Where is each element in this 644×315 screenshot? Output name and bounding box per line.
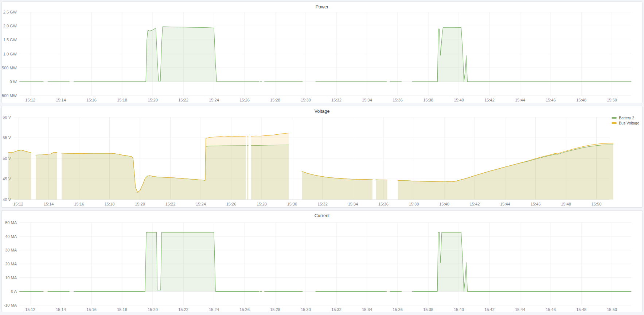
series-area-bus-voltage [398, 143, 613, 199]
y-tick-label: 2.0 GW [3, 24, 17, 28]
x-tick-label: 15:30 [301, 98, 311, 102]
power-chart-svg: 15:1215:1415:1615:1815:2015:2215:2415:26… [2, 2, 642, 103]
x-tick-label: 15:42 [470, 202, 480, 206]
x-tick-label: 15:14 [44, 202, 54, 206]
x-tick-label: 15:22 [178, 307, 188, 312]
x-tick-label: 15:46 [546, 98, 556, 102]
voltage-chart-svg: 15:1215:1415:1615:1815:2015:2215:2415:26… [2, 106, 642, 207]
x-tick-label: 15:50 [607, 307, 617, 312]
x-tick-label: 15:24 [209, 98, 219, 102]
series-area-power [74, 27, 259, 82]
current-plot-area[interactable]: 15:1215:1415:1615:1815:2015:2215:2415:26… [2, 211, 642, 312]
x-tick-label: 15:20 [135, 202, 145, 206]
panel-current: Current 15:1215:1415:1615:1815:2015:2215… [1, 210, 643, 312]
panel-power-header: Power [2, 3, 642, 10]
x-tick-label: 15:30 [301, 307, 311, 312]
x-tick-label: 15:48 [576, 307, 586, 312]
y-tick-label: 1.5 GW [3, 38, 17, 42]
x-tick-label: 15:12 [25, 98, 35, 102]
panel-current-header: Current [2, 212, 642, 219]
x-tick-label: 15:44 [515, 307, 525, 312]
series-area-bus-voltage [36, 152, 57, 199]
x-tick-label: 15:14 [56, 98, 66, 102]
legend-swatch [612, 117, 617, 119]
x-tick-label: 15:40 [454, 98, 464, 102]
voltage-legend: Battery 2Bus Voltage [612, 115, 639, 126]
x-tick-label: 15:32 [317, 202, 328, 206]
series-area-bus-voltage [8, 150, 31, 199]
x-tick-label: 15:48 [561, 202, 571, 206]
x-tick-label: 15:40 [439, 202, 449, 206]
x-tick-label: 15:36 [393, 307, 403, 312]
series-area-current [412, 232, 631, 291]
series-area-bus-voltage [247, 136, 249, 200]
series-area-bus-voltage [376, 180, 387, 199]
x-tick-label: 15:26 [239, 98, 250, 102]
panel-voltage-header: Voltage [2, 108, 642, 115]
current-chart-svg: 15:1215:1415:1615:1815:2015:2215:2415:26… [2, 211, 642, 312]
y-tick-label: -500 MW [2, 93, 17, 98]
series-area-bus-voltage [251, 133, 289, 199]
series-area-bus-voltage [62, 136, 246, 200]
x-tick-label: 15:36 [378, 202, 389, 206]
y-tick-label: 2.5 GW [3, 10, 17, 14]
x-tick-label: 15:38 [423, 307, 433, 312]
x-tick-label: 15:20 [148, 98, 158, 102]
series-area-power [412, 27, 631, 82]
x-tick-label: 15:34 [362, 307, 372, 312]
y-tick-label: 30 MA [5, 248, 17, 252]
panel-power: Power 15:1215:1415:1615:1815:2015:2215:2… [1, 1, 643, 103]
legend-item-bus-voltage[interactable]: Bus Voltage [612, 120, 639, 126]
x-tick-label: 15:16 [74, 202, 84, 206]
x-tick-label: 15:50 [592, 202, 602, 206]
x-tick-label: 15:50 [607, 98, 617, 102]
panel-voltage: Voltage 15:1215:1415:1615:1815:2015:2215… [1, 106, 643, 208]
legend-item-battery-2[interactable]: Battery 2 [612, 115, 639, 120]
x-tick-label: 15:24 [196, 202, 206, 206]
y-tick-label: 500 MW [2, 66, 17, 70]
y-tick-label: 40 MA [5, 234, 17, 239]
x-tick-label: 15:18 [117, 98, 127, 102]
series-area-bus-voltage [302, 172, 372, 200]
y-tick-label: 55 V [3, 135, 11, 140]
voltage-plot-area[interactable]: 15:1215:1415:1615:1815:2015:2215:2415:26… [2, 106, 642, 207]
x-tick-label: 15:16 [86, 307, 97, 312]
x-tick-label: 15:44 [515, 98, 525, 102]
y-tick-label: 1.0 GW [3, 52, 17, 56]
x-tick-label: 15:32 [331, 98, 341, 102]
x-tick-label: 15:46 [531, 202, 541, 206]
x-tick-label: 15:28 [270, 98, 280, 102]
x-tick-label: 15:40 [454, 307, 464, 312]
panel-title-voltage[interactable]: Voltage [312, 108, 333, 115]
x-tick-label: 15:22 [165, 202, 176, 206]
y-tick-label: -10 MA [4, 303, 17, 307]
x-tick-label: 15:26 [226, 202, 237, 206]
x-tick-label: 15:24 [209, 307, 219, 312]
x-tick-label: 15:34 [348, 202, 358, 206]
x-tick-label: 15:14 [56, 307, 66, 312]
x-tick-label: 15:22 [178, 98, 188, 102]
x-tick-label: 15:48 [576, 98, 586, 102]
legend-label: Bus Voltage [619, 121, 639, 125]
x-tick-label: 15:36 [393, 98, 403, 102]
x-tick-label: 15:28 [257, 202, 267, 206]
power-plot-area[interactable]: 15:1215:1415:1615:1815:2015:2215:2415:26… [2, 2, 642, 103]
x-tick-label: 15:16 [86, 98, 97, 102]
x-tick-label: 15:20 [148, 307, 158, 312]
panel-title-power[interactable]: Power [313, 4, 331, 10]
x-tick-label: 15:12 [25, 307, 35, 312]
x-tick-label: 15:12 [13, 202, 23, 206]
y-tick-label: 20 MA [5, 262, 17, 266]
x-tick-label: 15:38 [409, 202, 419, 206]
x-tick-label: 15:30 [287, 202, 297, 206]
x-tick-label: 15:18 [105, 202, 115, 206]
y-tick-label: 0 A [11, 289, 17, 293]
x-tick-label: 15:42 [484, 98, 495, 102]
dashboard: Power 15:1215:1415:1615:1815:2015:2215:2… [0, 0, 644, 315]
y-tick-label: 0 W [9, 80, 17, 84]
legend-swatch [612, 122, 617, 124]
x-tick-label: 15:26 [239, 307, 250, 312]
series-area-current [74, 232, 259, 291]
x-tick-label: 15:38 [423, 98, 433, 102]
panel-title-current[interactable]: Current [312, 212, 333, 219]
